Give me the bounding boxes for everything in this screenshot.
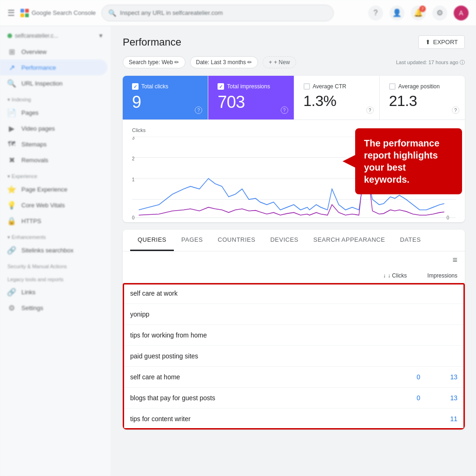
security-section-title: Security & Manual Actions bbox=[0, 258, 111, 271]
date-filter[interactable]: Date: Last 3 months ✏ bbox=[190, 56, 258, 68]
search-type-filter-label: Search type: Web ✏ bbox=[129, 59, 179, 66]
row-label-3: tips for working from home bbox=[130, 331, 383, 339]
hamburger-icon[interactable]: ☰ bbox=[7, 8, 15, 18]
export-icon: ⬆ bbox=[425, 39, 430, 46]
row-label-4: paid guest posting sites bbox=[130, 352, 383, 360]
url-inspection-label: URL Inspection bbox=[21, 80, 62, 87]
sidebar-item-pages[interactable]: 📄 Pages bbox=[0, 105, 107, 120]
row-clicks-6: 0 bbox=[383, 394, 420, 402]
page-experience-label: Page Experience bbox=[21, 186, 67, 193]
page-title: Performance bbox=[123, 36, 181, 48]
avg-ctr-metric[interactable]: Average CTR 1.3% ? bbox=[294, 76, 380, 119]
avg-position-label: Average position bbox=[398, 83, 440, 90]
settings-nav-icon: ⚙ bbox=[7, 304, 16, 312]
dot-green bbox=[25, 13, 29, 17]
svg-text:1: 1 bbox=[132, 177, 135, 182]
sidebar-item-links[interactable]: 🔗 Links bbox=[0, 284, 107, 300]
avg-ctr-value: 1.3% bbox=[304, 93, 370, 110]
video-pages-icon: ▶ bbox=[7, 124, 16, 132]
main-content: Performance ⬆ EXPORT Search type: Web ✏ … bbox=[112, 26, 476, 476]
avg-position-metric[interactable]: Average position 21.3 ? bbox=[380, 76, 465, 119]
tab-countries[interactable]: COUNTRIES bbox=[210, 230, 263, 251]
enhancements-section-title: ▾ Enhancements bbox=[0, 229, 111, 242]
table-row[interactable]: tips for content writer 11 bbox=[123, 409, 465, 430]
tab-pages[interactable]: PAGES bbox=[174, 230, 210, 251]
row-clicks-5: 0 bbox=[383, 373, 420, 381]
avg-position-value: 21.3 bbox=[389, 93, 456, 110]
table-tabs: QUERIES PAGES COUNTRIES DEVICES SEARCH A… bbox=[123, 230, 465, 251]
video-pages-label: Video pages bbox=[21, 125, 55, 132]
sidebar-item-page-experience[interactable]: ⭐ Page Experience bbox=[0, 181, 107, 197]
checkbox-icon-position bbox=[389, 83, 396, 90]
table-filter-button[interactable]: ≡ bbox=[123, 251, 465, 269]
search-bar[interactable]: 🔍 Inspect any URL in selfcareatelier.com bbox=[101, 5, 334, 21]
avg-position-info-icon[interactable]: ? bbox=[452, 106, 459, 114]
total-impressions-metric[interactable]: ✓ Total impressions 703 ? bbox=[208, 76, 294, 119]
search-icon: 🔍 bbox=[108, 9, 116, 17]
sidebar-item-sitelinks[interactable]: 🔗 Sitelinks searchbox bbox=[0, 242, 107, 258]
links-label: Links bbox=[21, 289, 35, 296]
https-label: HTTPS bbox=[21, 218, 41, 225]
sidebar-item-https[interactable]: 🔒 HTTPS bbox=[0, 213, 107, 229]
overview-icon: ⊞ bbox=[7, 47, 16, 56]
checkbox-icon-impressions: ✓ bbox=[218, 83, 224, 90]
settings-icon[interactable]: ⚙ bbox=[432, 6, 447, 20]
tab-queries[interactable]: QUERIES bbox=[130, 230, 174, 251]
total-impressions-label: Total impressions bbox=[227, 83, 270, 90]
sidebar-item-video-pages[interactable]: ▶ Video pages bbox=[0, 120, 107, 136]
avg-position-checkbox: Average position bbox=[389, 83, 456, 90]
search-placeholder: Inspect any URL in selfcareatelier.com bbox=[120, 9, 327, 16]
links-icon: 🔗 bbox=[7, 288, 16, 296]
notification-icon[interactable]: 🔔 7 bbox=[411, 6, 426, 20]
google-logo: Google Search Console bbox=[20, 9, 96, 17]
table-card: QUERIES PAGES COUNTRIES DEVICES SEARCH A… bbox=[123, 230, 465, 430]
avg-ctr-info-icon[interactable]: ? bbox=[366, 106, 374, 114]
row-label-6: blogs that pay for guest posts bbox=[130, 394, 383, 402]
total-clicks-info-icon[interactable]: ? bbox=[195, 106, 202, 114]
sidebar-item-removals[interactable]: ✖ Removals bbox=[0, 152, 107, 168]
sidebar-item-performance[interactable]: ↗ Performance bbox=[0, 60, 107, 75]
table-row[interactable]: blogs that pay for guest posts 0 13 bbox=[123, 388, 465, 409]
sidebar-item-settings[interactable]: ⚙ Settings bbox=[0, 300, 107, 316]
removals-icon: ✖ bbox=[7, 156, 16, 164]
checkbox-icon-ctr bbox=[304, 83, 310, 90]
pages-label: Pages bbox=[21, 109, 39, 116]
avatar[interactable]: A bbox=[454, 6, 469, 20]
site-dropdown-icon: ▼ bbox=[98, 33, 104, 39]
table-row[interactable]: paid guest posting sites bbox=[123, 346, 465, 367]
sidebar-item-url-inspection[interactable]: 🔍 URL Inspection bbox=[0, 75, 107, 91]
overview-label: Overview bbox=[21, 48, 46, 55]
total-clicks-value: 9 bbox=[132, 93, 198, 112]
tab-dates[interactable]: DATES bbox=[392, 230, 428, 251]
avg-ctr-checkbox: Average CTR bbox=[304, 83, 370, 90]
people-icon[interactable]: 👤 bbox=[390, 6, 404, 20]
sidebar: selfcareatelier.c... ▼ ⊞ Overview ↗ Perf… bbox=[0, 26, 112, 476]
table-row[interactable]: self care at work bbox=[123, 283, 465, 304]
help-icon[interactable]: ? bbox=[368, 6, 383, 20]
total-clicks-metric[interactable]: ✓ Total clicks 9 ? bbox=[123, 76, 208, 119]
add-filter-button[interactable]: + + New bbox=[263, 56, 296, 68]
table-row[interactable]: tips for working from home bbox=[123, 325, 465, 346]
search-type-filter[interactable]: Search type: Web ✏ bbox=[123, 56, 185, 68]
top-bar: ☰ Google Search Console 🔍 Inspect any UR… bbox=[0, 0, 476, 26]
removals-label: Removals bbox=[21, 157, 48, 164]
row-impressions-7: 11 bbox=[420, 415, 457, 423]
annotation-box: The performance report highlights your b… bbox=[355, 128, 462, 194]
svg-text:2: 2 bbox=[132, 156, 135, 161]
sidebar-item-overview[interactable]: ⊞ Overview bbox=[0, 44, 107, 60]
table-row[interactable]: yonipp bbox=[123, 304, 465, 325]
clicks-col-header[interactable]: ↓ ↓ Clicks bbox=[383, 272, 420, 279]
total-impressions-info-icon[interactable]: ? bbox=[281, 106, 288, 114]
tab-search-appearance[interactable]: SEARCH APPEARANCE bbox=[306, 230, 392, 251]
core-web-vitals-label: Core Web Vitals bbox=[21, 202, 65, 209]
https-icon: 🔒 bbox=[7, 217, 16, 225]
sidebar-item-sitemaps[interactable]: 🗺 Sitemaps bbox=[0, 136, 107, 152]
tab-devices[interactable]: DEVICES bbox=[263, 230, 306, 251]
svg-text:3: 3 bbox=[132, 137, 135, 140]
performance-icon: ↗ bbox=[7, 63, 16, 72]
export-button[interactable]: ⬆ EXPORT bbox=[418, 35, 465, 49]
table-row[interactable]: self care at home 0 13 bbox=[123, 367, 465, 388]
site-selector[interactable]: selfcareatelier.c... ▼ bbox=[0, 28, 111, 44]
page-experience-icon: ⭐ bbox=[7, 185, 16, 193]
sidebar-item-core-web-vitals[interactable]: 💡 Core Web Vitals bbox=[0, 197, 107, 213]
